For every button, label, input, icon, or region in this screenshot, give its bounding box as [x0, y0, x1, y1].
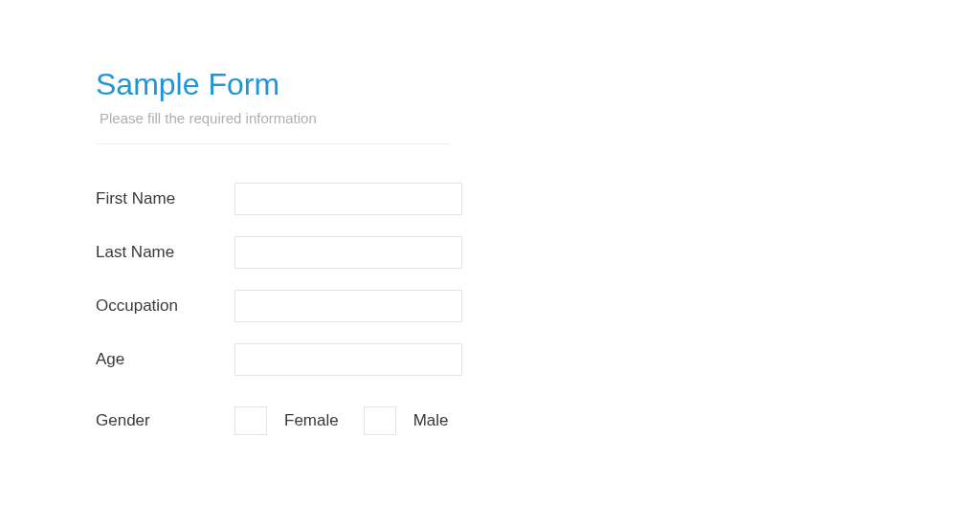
last-name-input[interactable] [234, 236, 462, 269]
gender-female-checkbox[interactable] [234, 406, 267, 435]
occupation-row: Occupation [96, 290, 884, 322]
first-name-label: First Name [96, 189, 234, 208]
last-name-row: Last Name [96, 236, 884, 269]
form-subtitle: Please fill the required information [100, 110, 884, 126]
divider [96, 143, 450, 144]
first-name-input[interactable] [234, 183, 462, 215]
gender-male-label: Male [413, 411, 449, 430]
gender-female-label: Female [284, 411, 339, 430]
gender-label: Gender [96, 411, 234, 430]
gender-row: Gender Female Male [96, 406, 884, 435]
age-row: Age [96, 343, 884, 376]
occupation-label: Occupation [96, 296, 234, 316]
age-label: Age [96, 350, 234, 369]
age-input[interactable] [234, 343, 462, 376]
form-title: Sample Form [96, 67, 884, 102]
first-name-row: First Name [96, 183, 884, 215]
gender-male-checkbox[interactable] [364, 406, 396, 435]
last-name-label: Last Name [96, 243, 234, 262]
gender-options: Female Male [234, 406, 457, 435]
occupation-input[interactable] [234, 290, 462, 322]
